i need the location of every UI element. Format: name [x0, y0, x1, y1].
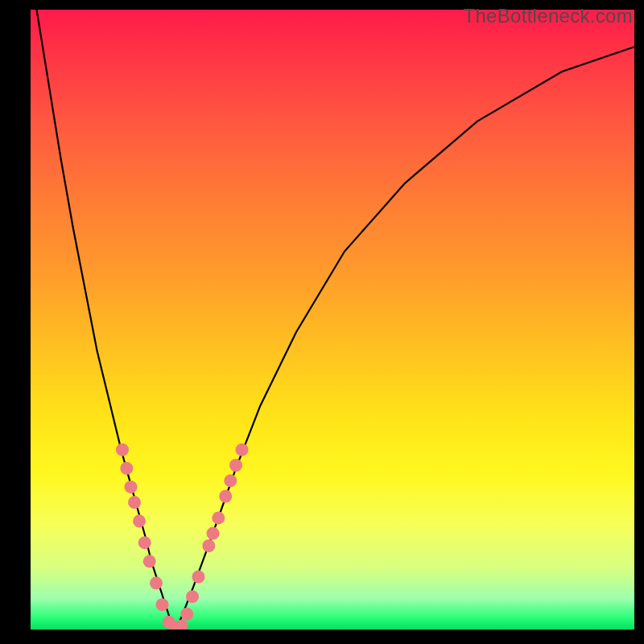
curve-marker: [212, 511, 225, 524]
curve-markers: [116, 444, 249, 630]
curve-marker: [229, 459, 242, 472]
curve-marker: [175, 619, 188, 630]
curve-marker: [202, 539, 215, 552]
watermark-text: TheBottleneck.com: [463, 5, 633, 27]
curve-marker: [128, 496, 141, 509]
curve-marker: [138, 536, 151, 549]
curve-marker: [180, 608, 193, 621]
curve-marker: [192, 571, 205, 584]
chart-frame: TheBottleneck.com: [0, 0, 644, 644]
curve-marker: [116, 444, 129, 456]
curve-marker: [133, 514, 146, 527]
curve-marker: [236, 444, 249, 456]
curve-marker: [219, 490, 232, 503]
curve-marker: [150, 576, 163, 589]
plot-area: [31, 10, 634, 630]
curve-marker: [186, 590, 199, 603]
curve-marker: [120, 462, 133, 475]
curve-marker: [156, 598, 169, 611]
curve-marker: [125, 481, 138, 493]
chart-svg: [31, 10, 634, 630]
curve-marker: [207, 527, 220, 540]
curve-marker: [224, 474, 237, 487]
curve-marker: [143, 555, 156, 568]
bottleneck-curve: [37, 10, 635, 630]
